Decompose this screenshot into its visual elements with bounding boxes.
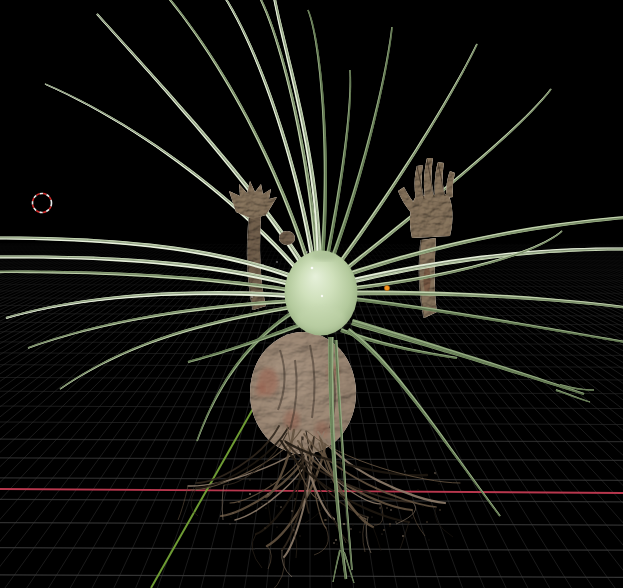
specular-dot	[321, 295, 323, 297]
scene-canvas	[0, 0, 623, 588]
object-origin-dot[interactable]	[384, 285, 389, 290]
specular-dot	[311, 267, 314, 270]
viewport-3d[interactable]	[0, 0, 623, 588]
